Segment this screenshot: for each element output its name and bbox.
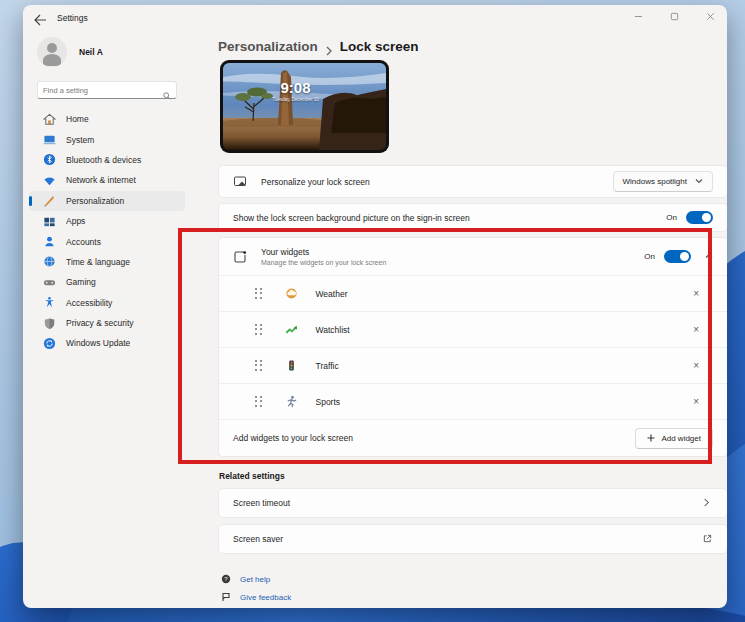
your-widgets-card: Your widgets Manage the widgets on your …	[218, 237, 727, 457]
get-help-link[interactable]: ? Get help	[221, 574, 291, 584]
breadcrumb-parent[interactable]: Personalization	[218, 39, 318, 54]
sign-in-background-row: Show the lock screen background picture …	[218, 203, 727, 232]
sidebar-item-system[interactable]: System	[29, 129, 185, 149]
give-feedback-link[interactable]: Give feedback	[221, 592, 291, 602]
maximize-icon[interactable]	[665, 9, 683, 23]
widget-name: Watchlist	[316, 325, 350, 335]
sidebar-item-privacy[interactable]: Privacy & security	[29, 313, 185, 333]
drag-handle-icon[interactable]	[255, 360, 263, 372]
chevron-down-icon	[695, 178, 703, 186]
shield-icon	[43, 317, 56, 330]
desktop-wallpaper: Settings Neil A	[0, 0, 745, 622]
plus-icon	[647, 434, 655, 442]
sidebar-item-windows-update[interactable]: Windows Update	[29, 333, 185, 353]
wifi-icon	[43, 174, 56, 187]
apps-icon	[43, 215, 56, 228]
chevron-up-icon[interactable]	[705, 253, 713, 261]
update-icon	[43, 337, 56, 350]
widgets-subtitle: Manage the widgets on your lock screen	[261, 259, 386, 266]
widget-row-weather: Weather ×	[219, 275, 727, 311]
remove-widget-icon[interactable]: ×	[693, 397, 699, 407]
sports-icon	[285, 395, 298, 408]
screen-timeout-row[interactable]: Screen timeout	[218, 488, 727, 518]
sidebar-item-label: Personalization	[66, 196, 124, 206]
get-help-label: Get help	[240, 575, 270, 584]
personalize-lock-screen-row: Personalize your lock screen Windows spo…	[218, 165, 727, 198]
sidebar-item-label: System	[66, 135, 94, 145]
screen-timeout-label: Screen timeout	[233, 498, 290, 508]
toggle-state-label: On	[644, 252, 655, 261]
sidebar-item-label: Apps	[66, 216, 85, 226]
drag-handle-icon[interactable]	[255, 324, 263, 336]
user-account[interactable]: Neil A	[37, 37, 103, 67]
sidebar-item-accounts[interactable]: Accounts	[29, 231, 185, 251]
search-input[interactable]	[43, 86, 163, 95]
help-icon: ?	[221, 574, 231, 584]
close-icon[interactable]	[701, 9, 719, 23]
gamepad-icon	[43, 276, 56, 289]
personalization-icon	[43, 194, 56, 207]
sidebar-item-label: Gaming	[66, 277, 96, 287]
page-title: Lock screen	[340, 39, 419, 54]
home-icon	[43, 113, 56, 126]
sidebar-item-apps[interactable]: Apps	[29, 211, 185, 231]
sign-in-bg-label: Show the lock screen background picture …	[233, 213, 470, 223]
widget-name: Sports	[316, 397, 341, 407]
search-icon	[163, 86, 171, 94]
clock-globe-icon	[43, 255, 56, 268]
system-icon	[43, 133, 56, 146]
footer-links: ? Get help Give feedback	[221, 574, 291, 608]
dropdown-value: Windows spotlight	[623, 177, 687, 186]
feedback-icon	[221, 592, 231, 602]
add-widgets-label: Add widgets to your lock screen	[233, 433, 353, 443]
sidebar-item-network[interactable]: Network & internet	[29, 170, 185, 190]
sidebar-item-gaming[interactable]: Gaming	[29, 272, 185, 292]
sidebar: Neil A Home System Bluet	[23, 31, 191, 608]
minimize-icon[interactable]	[629, 9, 647, 23]
remove-widget-icon[interactable]: ×	[693, 289, 699, 299]
chevron-right-icon	[325, 42, 333, 52]
sidebar-item-accessibility[interactable]: Accessibility	[29, 293, 185, 313]
sidebar-item-home[interactable]: Home	[29, 109, 185, 129]
sidebar-item-label: Network & internet	[66, 175, 136, 185]
related-settings-title: Related settings	[219, 471, 285, 481]
drag-handle-icon[interactable]	[255, 288, 263, 300]
screen-saver-label: Screen saver	[233, 534, 283, 544]
personalize-label: Personalize your lock screen	[261, 177, 370, 187]
widgets-toggle[interactable]	[664, 250, 691, 263]
widget-row-sports: Sports ×	[219, 383, 727, 419]
remove-widget-icon[interactable]: ×	[693, 361, 699, 371]
chevron-right-icon	[703, 498, 713, 508]
give-feedback-label: Give feedback	[240, 593, 291, 602]
add-widget-button[interactable]: Add widget	[635, 428, 713, 449]
sidebar-item-time-language[interactable]: Time & language	[29, 252, 185, 272]
sidebar-item-personalization[interactable]: Personalization	[29, 191, 185, 211]
sidebar-item-label: Bluetooth & devices	[66, 155, 141, 165]
remove-widget-icon[interactable]: ×	[693, 325, 699, 335]
bluetooth-icon	[43, 153, 56, 166]
drag-handle-icon[interactable]	[255, 396, 263, 408]
add-widgets-row: Add widgets to your lock screen Add widg…	[219, 419, 727, 456]
main-content: Personalization Lock screen	[195, 31, 727, 608]
user-name: Neil A	[79, 47, 103, 57]
screen-saver-row[interactable]: Screen saver	[218, 524, 727, 554]
search-box[interactable]	[37, 81, 177, 99]
sidebar-item-bluetooth[interactable]: Bluetooth & devices	[29, 150, 185, 170]
watchlist-icon	[285, 323, 298, 336]
external-link-icon	[703, 534, 713, 544]
sign-in-bg-toggle[interactable]	[686, 211, 713, 224]
breadcrumb: Personalization Lock screen	[218, 39, 419, 54]
app-title: Settings	[57, 13, 88, 23]
preview-clock: 9:08	[223, 79, 368, 96]
avatar	[37, 37, 67, 67]
widgets-icon	[233, 250, 247, 264]
lock-screen-mode-dropdown[interactable]: Windows spotlight	[613, 171, 713, 192]
sidebar-item-label: Accessibility	[66, 298, 112, 308]
your-widgets-header[interactable]: Your widgets Manage the widgets on your …	[219, 238, 727, 275]
sidebar-item-label: Privacy & security	[66, 318, 134, 328]
settings-window: Settings Neil A	[23, 5, 727, 608]
back-button[interactable]	[33, 12, 47, 24]
widget-row-traffic: Traffic ×	[219, 347, 727, 383]
widget-name: Traffic	[316, 361, 339, 371]
widgets-title: Your widgets	[261, 247, 386, 257]
